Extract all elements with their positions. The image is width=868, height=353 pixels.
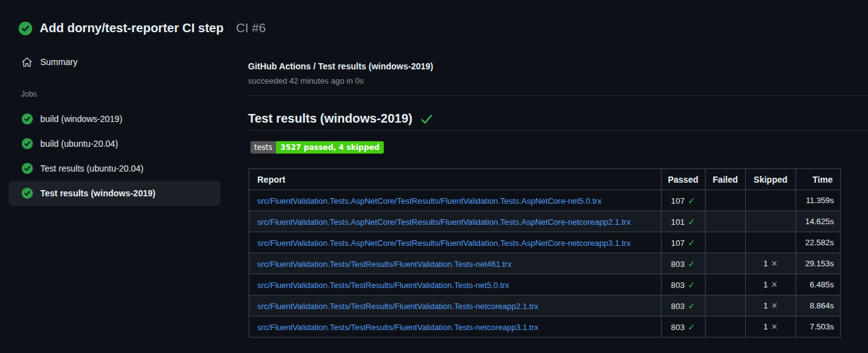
sidebar-item-job[interactable]: build (ubuntu-20.04) [9, 131, 221, 156]
report-link[interactable]: src/FluentValidation.Tests/TestResults/F… [257, 302, 538, 311]
success-icon [22, 188, 33, 199]
report-link[interactable]: src/FluentValidation.Tests/TestResults/F… [257, 259, 512, 269]
passed-count: 803 [671, 281, 684, 290]
jobs-list: build (windows-2019) build (ubuntu-20.04… [9, 107, 221, 206]
table-row: src/FluentValidation.Tests/TestResults/F… [249, 253, 841, 274]
failed-cell [705, 316, 745, 338]
skipped-cell: 1✕ [745, 253, 795, 274]
time-cell: 7.503s [795, 316, 840, 338]
skipped-count: 1 [763, 259, 768, 268]
summary-label: Summary [40, 57, 78, 67]
time-cell: 29.153s [795, 253, 840, 274]
results-table: Report Passed Failed Skipped Time src/Fl… [249, 168, 841, 338]
job-label: Test results (windows-2019) [40, 188, 156, 198]
job-label: Test results (ubuntu-20.04) [40, 163, 144, 173]
table-row: src/FluentValidation.Tests/TestResults/F… [249, 274, 841, 295]
main-content: GitHub Actions / Test results (windows-2… [248, 0, 868, 353]
report-link[interactable]: src/FluentValidation.Tests.AspNetCore/Te… [257, 196, 601, 206]
report-cell: src/FluentValidation.Tests/TestResults/F… [249, 316, 662, 338]
success-icon [22, 113, 33, 124]
tests-badge: tests 3527 passed, 4 skipped [250, 141, 384, 154]
divider [248, 95, 868, 96]
passed-count: 107 [671, 238, 684, 248]
skipped-cell [745, 211, 795, 232]
check-icon: ✓ [688, 322, 696, 332]
time-cell: 8.864s [795, 295, 840, 316]
skipped-cell: 1✕ [745, 274, 795, 295]
x-icon: ✕ [771, 322, 778, 331]
report-cell: src/FluentValidation.Tests/TestResults/F… [249, 253, 662, 274]
x-icon: ✕ [771, 259, 778, 268]
failed-cell [705, 232, 745, 253]
report-link[interactable]: src/FluentValidation.Tests/TestResults/F… [257, 281, 509, 290]
failed-cell [705, 190, 745, 211]
report-cell: src/FluentValidation.Tests.AspNetCore/Te… [249, 190, 662, 211]
sidebar-item-summary[interactable]: Summary [22, 54, 78, 69]
failed-cell [705, 274, 745, 295]
column-header-failed: Failed [705, 169, 745, 190]
skipped-cell: 1✕ [745, 295, 795, 316]
column-header-time: Time [795, 169, 840, 190]
jobs-section-label: Jobs [21, 90, 37, 98]
passed-count: 101 [671, 217, 684, 227]
report-link[interactable]: src/FluentValidation.Tests.AspNetCore/Te… [257, 238, 631, 248]
skipped-cell [745, 232, 795, 253]
failed-cell [705, 253, 745, 274]
report-cell: src/FluentValidation.Tests.AspNetCore/Te… [249, 232, 662, 253]
table-header-row: Report Passed Failed Skipped Time [249, 169, 841, 190]
check-icon: ✓ [688, 259, 696, 269]
report-cell: src/FluentValidation.Tests/TestResults/F… [249, 295, 662, 316]
report-cell: src/FluentValidation.Tests.AspNetCore/Te… [249, 211, 662, 232]
x-icon: ✕ [771, 301, 778, 310]
passed-cell: 803✓ [661, 295, 705, 316]
passed-cell: 107✓ [661, 190, 705, 211]
skipped-cell: 1✕ [745, 316, 795, 338]
check-icon: ✓ [688, 280, 696, 290]
column-header-passed: Passed [661, 169, 705, 190]
table-row: src/FluentValidation.Tests.AspNetCore/Te… [249, 190, 841, 211]
sidebar-item-job[interactable]: build (windows-2019) [9, 107, 221, 131]
check-icon: ✓ [688, 301, 696, 311]
passed-cell: 107✓ [661, 232, 705, 253]
section-heading-row: Test results (windows-2019) [248, 111, 433, 126]
time-cell: 6.485s [795, 274, 840, 295]
sidebar-item-job[interactable]: Test results (ubuntu-20.04) [9, 156, 221, 181]
passed-cell: 803✓ [661, 253, 705, 274]
report-link[interactable]: src/FluentValidation.Tests/TestResults/F… [257, 323, 538, 332]
divider [248, 130, 868, 131]
success-icon [22, 138, 33, 149]
table-row: src/FluentValidation.Tests.AspNetCore/Te… [249, 232, 841, 253]
passed-count: 803 [671, 323, 684, 332]
failed-cell [705, 295, 745, 316]
passed-cell: 803✓ [661, 316, 705, 338]
job-label: build (windows-2019) [40, 114, 122, 124]
sidebar-item-job[interactable]: Test results (windows-2019) [9, 181, 221, 206]
home-icon [22, 57, 32, 68]
check-icon: ✓ [688, 217, 696, 227]
x-icon: ✕ [771, 280, 778, 289]
passed-count: 803 [671, 302, 684, 311]
passed-count: 803 [671, 259, 684, 269]
check-run-title: GitHub Actions / Test results (windows-2… [248, 61, 433, 71]
table-row: src/FluentValidation.Tests.AspNetCore/Te… [249, 211, 841, 232]
table-row: src/FluentValidation.Tests/TestResults/F… [249, 295, 841, 316]
job-label: build (ubuntu-20.04) [40, 139, 118, 149]
success-icon [22, 163, 33, 174]
check-icon: ✓ [688, 196, 696, 206]
skipped-cell [745, 190, 795, 211]
column-header-report: Report [249, 169, 662, 190]
skipped-count: 1 [763, 280, 768, 289]
badge-value: 3527 passed, 4 skipped [276, 141, 384, 154]
sidebar: Summary Jobs build (windows-2019) build … [0, 0, 248, 353]
skipped-count: 1 [763, 322, 768, 331]
badge-label: tests [250, 141, 276, 154]
section-title: Test results (windows-2019) [248, 111, 412, 126]
passed-count: 107 [671, 196, 684, 206]
report-cell: src/FluentValidation.Tests/TestResults/F… [249, 274, 662, 295]
failed-cell [705, 211, 745, 232]
time-cell: 22.582s [795, 232, 840, 253]
passed-cell: 803✓ [661, 274, 705, 295]
check-icon: ✓ [688, 238, 696, 248]
report-link[interactable]: src/FluentValidation.Tests.AspNetCore/Te… [257, 217, 631, 227]
table-row: src/FluentValidation.Tests/TestResults/F… [249, 316, 841, 338]
